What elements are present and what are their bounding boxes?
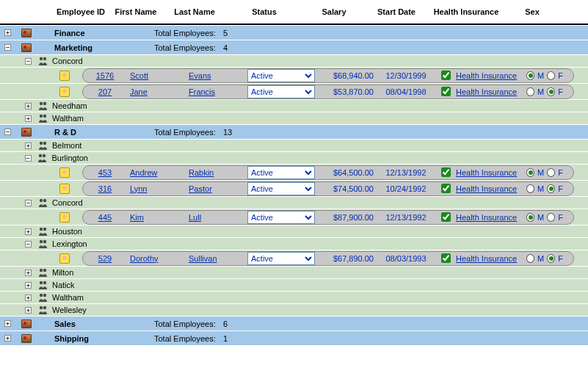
expander-icon[interactable]: − bbox=[25, 58, 32, 65]
sex-cell: MF bbox=[523, 87, 567, 96]
city-name[interactable]: Needham bbox=[51, 101, 87, 110]
last-name[interactable]: Pastor bbox=[186, 184, 244, 193]
first-name[interactable]: Scott bbox=[127, 71, 186, 80]
status-select[interactable]: Active bbox=[247, 85, 315, 98]
col-header-sex[interactable]: Sex bbox=[507, 7, 558, 16]
col-header-employee-id[interactable]: Employee ID bbox=[51, 7, 110, 16]
city-name[interactable]: Waltham bbox=[51, 293, 84, 302]
last-name[interactable]: Rabkin bbox=[186, 168, 244, 177]
city-name[interactable]: Natick bbox=[51, 281, 75, 289]
expander-icon[interactable]: + bbox=[25, 295, 32, 301]
department-name[interactable]: Sales bbox=[51, 319, 154, 328]
col-header-salary[interactable]: Salary bbox=[301, 7, 367, 16]
first-name[interactable]: Kim bbox=[127, 213, 186, 222]
status-select[interactable]: Active bbox=[247, 166, 315, 179]
sex-radio-m[interactable] bbox=[526, 168, 534, 177]
col-header-start-date[interactable]: Start Date bbox=[367, 7, 426, 16]
status-select[interactable]: Active bbox=[247, 182, 315, 195]
status-select[interactable]: Active bbox=[247, 211, 315, 224]
status-select[interactable]: Active bbox=[247, 69, 315, 82]
employee-id[interactable]: 529 bbox=[83, 254, 127, 263]
sex-radio-f[interactable] bbox=[547, 184, 555, 193]
sex-radio-f[interactable] bbox=[547, 213, 555, 222]
health-cell: Health Insurance bbox=[435, 68, 523, 82]
people-icon bbox=[37, 154, 48, 162]
employee-id[interactable]: 316 bbox=[83, 184, 127, 193]
sex-radio-m[interactable] bbox=[526, 254, 534, 263]
city-name[interactable]: Concord bbox=[51, 57, 83, 65]
sex-radio-m[interactable] bbox=[526, 71, 534, 80]
city-name[interactable]: Burlington bbox=[50, 154, 88, 162]
city-name[interactable]: Concord bbox=[51, 198, 83, 207]
status-cell: Active bbox=[244, 211, 318, 224]
sex-radio-m[interactable] bbox=[526, 213, 534, 222]
last-name[interactable]: Lull bbox=[186, 213, 244, 222]
last-name[interactable]: Evans bbox=[186, 71, 244, 80]
city-name[interactable]: Milton bbox=[51, 268, 73, 277]
expander-icon[interactable]: + bbox=[25, 103, 32, 109]
health-checkbox[interactable] bbox=[441, 212, 451, 222]
svg-point-9 bbox=[43, 154, 46, 157]
health-checkbox[interactable] bbox=[441, 184, 451, 193]
sex-radio-m[interactable] bbox=[526, 87, 534, 96]
sex-radio-m[interactable] bbox=[526, 184, 534, 193]
expander-icon[interactable]: + bbox=[4, 29, 11, 36]
col-header-health[interactable]: Health Insurance bbox=[426, 7, 507, 16]
expander-icon[interactable]: − bbox=[25, 241, 32, 248]
expander-icon[interactable]: + bbox=[25, 228, 32, 235]
sex-radio-f[interactable] bbox=[547, 87, 555, 96]
employee-pill: 453AndrewRabkinActive$64,500.0012/13/199… bbox=[82, 165, 574, 180]
first-name[interactable]: Lynn bbox=[127, 184, 186, 193]
employee-id[interactable]: 445 bbox=[83, 213, 127, 222]
expander-icon[interactable]: + bbox=[4, 335, 11, 342]
health-checkbox[interactable] bbox=[441, 87, 451, 96]
employee-id[interactable]: 453 bbox=[83, 168, 127, 177]
department-name[interactable]: Shipping bbox=[51, 334, 154, 343]
expander-icon[interactable]: − bbox=[25, 200, 32, 206]
city-name[interactable]: Belmont bbox=[51, 141, 81, 150]
department-row: +FinanceTotal Employees:5 bbox=[0, 25, 588, 40]
first-name[interactable]: Andrew bbox=[127, 168, 186, 177]
status-select[interactable]: Active bbox=[247, 252, 315, 265]
health-checkbox[interactable] bbox=[441, 167, 451, 177]
health-checkbox[interactable] bbox=[441, 71, 451, 80]
expander-icon[interactable]: + bbox=[25, 115, 32, 122]
employee-id[interactable]: 1576 bbox=[83, 71, 127, 80]
department-name[interactable]: R & D bbox=[51, 128, 154, 137]
department-name[interactable]: Finance bbox=[51, 29, 154, 37]
svg-point-15 bbox=[43, 240, 46, 243]
city-name[interactable]: Lexington bbox=[51, 239, 87, 248]
expander-icon[interactable]: + bbox=[4, 320, 11, 327]
col-header-status[interactable]: Status bbox=[228, 7, 301, 16]
expander-icon[interactable]: − bbox=[25, 155, 32, 162]
expander-icon[interactable]: − bbox=[4, 44, 11, 51]
city-row: +Belmont bbox=[0, 139, 588, 151]
employee-icon bbox=[59, 167, 70, 178]
city-name[interactable]: Wellesley bbox=[51, 306, 87, 314]
sex-cell: MF bbox=[523, 213, 567, 222]
department-icon bbox=[21, 29, 32, 37]
sex-radio-f[interactable] bbox=[547, 168, 555, 177]
start-date: 10/24/1992 bbox=[377, 184, 435, 193]
sex-radio-f[interactable] bbox=[547, 71, 555, 80]
first-name[interactable]: Dorothy bbox=[127, 254, 186, 263]
last-name[interactable]: Francis bbox=[186, 87, 244, 96]
sex-radio-f[interactable] bbox=[547, 254, 555, 263]
expander-icon[interactable]: + bbox=[25, 307, 32, 314]
people-icon bbox=[38, 293, 48, 302]
department-name[interactable]: Marketing bbox=[51, 43, 154, 52]
health-checkbox[interactable] bbox=[441, 253, 451, 263]
col-header-first-name[interactable]: First Name bbox=[110, 7, 161, 16]
start-date: 08/04/1998 bbox=[377, 87, 435, 96]
employee-id[interactable]: 207 bbox=[83, 87, 127, 96]
expander-icon[interactable]: − bbox=[4, 129, 11, 135]
last-name[interactable]: Sullivan bbox=[186, 254, 244, 263]
city-name[interactable]: Waltham bbox=[51, 114, 84, 123]
employee-row: 445KimLullActive$87,900.0012/13/1992Heal… bbox=[0, 209, 588, 225]
col-header-last-name[interactable]: Last Name bbox=[161, 7, 228, 16]
first-name[interactable]: Jane bbox=[127, 87, 186, 96]
expander-icon[interactable]: + bbox=[25, 142, 32, 149]
city-name[interactable]: Houston bbox=[51, 227, 82, 236]
expander-icon[interactable]: + bbox=[25, 270, 32, 276]
expander-icon[interactable]: + bbox=[25, 282, 32, 289]
